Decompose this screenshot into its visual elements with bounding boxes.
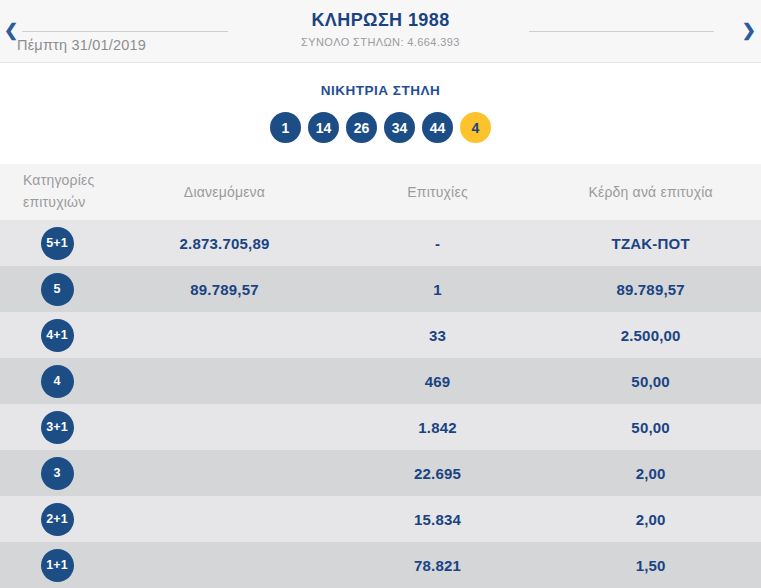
winning-number-ball: 1: [270, 112, 301, 143]
prize-value: ΤΖΑΚ-ΠΟΤ: [540, 235, 761, 252]
table-row: 5 89.789,57 1 89.789,57: [0, 266, 761, 312]
prize-value: 2,00: [540, 465, 761, 482]
category-badge: 4: [41, 365, 74, 398]
category-badge: 3: [41, 457, 74, 490]
draw-title: ΚΛΗΡΩΣΗ 1988: [0, 10, 761, 31]
winning-number-ball: 14: [308, 112, 339, 143]
category-badge: 4+1: [41, 319, 74, 352]
results-table: Κατηγορίες επιτυχιών Διανεμόμενα Επιτυχί…: [0, 164, 761, 588]
category-badge: 3+1: [41, 411, 74, 444]
header-distributed: Διανεμόμενα: [114, 184, 335, 200]
category-badge: 5+1: [41, 227, 74, 260]
winning-number-ball: 26: [346, 112, 377, 143]
winning-column-section: ΝΙΚΗΤΡΙΑ ΣΤΗΛΗ 1 14 26 34 44 4: [0, 63, 761, 164]
prize-value: 50,00: [540, 419, 761, 436]
prize-value: 50,00: [540, 373, 761, 390]
table-row: 3 22.695 2,00: [0, 450, 761, 496]
distributed-value: 2.873.705,89: [114, 235, 335, 252]
winners-value: 22.695: [335, 465, 540, 482]
winning-column-title: ΝΙΚΗΤΡΙΑ ΣΤΗΛΗ: [0, 63, 761, 98]
header-winners: Επιτυχίες: [335, 184, 540, 200]
category-badge: 2+1: [41, 503, 74, 536]
header-category-label: Κατηγορίες επιτυχιών: [23, 170, 105, 213]
divider-line-right: [529, 31, 714, 32]
winners-value: 15.834: [335, 511, 540, 528]
winners-value: 78.821: [335, 557, 540, 574]
prize-value: 2.500,00: [540, 327, 761, 344]
prize-value: 2,00: [540, 511, 761, 528]
results-table-header: Κατηγορίες επιτυχιών Διανεμόμενα Επιτυχί…: [0, 164, 761, 220]
draw-navigation-bar: ❮ ΚΛΗΡΩΣΗ 1988 ΣΥΝΟΛΟ ΣΤΗΛΩΝ: 4.664.393 …: [0, 0, 761, 63]
table-row: 4+1 33 2.500,00: [0, 312, 761, 358]
bonus-number-ball: 4: [460, 112, 491, 143]
next-draw-chevron-icon[interactable]: ❯: [742, 22, 756, 39]
header-prize-per-winner: Κέρδη ανά επιτυχία: [540, 184, 761, 200]
table-row: 4 469 50,00: [0, 358, 761, 404]
table-row: 5+1 2.873.705,89 - ΤΖΑΚ-ΠΟΤ: [0, 220, 761, 266]
winners-value: 1.842: [335, 419, 540, 436]
distributed-value: 89.789,57: [114, 281, 335, 298]
winners-value: 469: [335, 373, 540, 390]
winning-numbers: 1 14 26 34 44 4: [0, 112, 761, 143]
winners-value: -: [335, 235, 540, 252]
table-row: 1+1 78.821 1,50: [0, 542, 761, 588]
category-badge: 1+1: [41, 549, 74, 582]
category-badge: 5: [41, 273, 74, 306]
winners-value: 33: [335, 327, 540, 344]
draw-date: Πέμπτη 31/01/2019: [17, 37, 146, 53]
winning-number-ball: 44: [422, 112, 453, 143]
prize-value: 1,50: [540, 557, 761, 574]
winners-value: 1: [335, 281, 540, 298]
winning-number-ball: 34: [384, 112, 415, 143]
prize-value: 89.789,57: [540, 281, 761, 298]
header-category: Κατηγορίες επιτυχιών: [0, 170, 114, 213]
table-row: 3+1 1.842 50,00: [0, 404, 761, 450]
table-row: 2+1 15.834 2,00: [0, 496, 761, 542]
